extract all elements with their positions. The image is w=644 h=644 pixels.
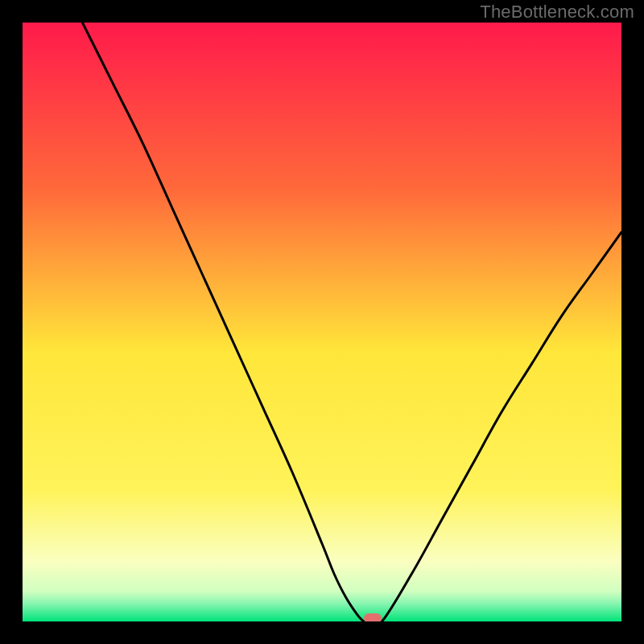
plot-svg [23,23,621,621]
gradient-background [23,23,621,621]
chart-frame: TheBottleneck.com [0,0,644,644]
plot-area [23,23,621,621]
optimum-marker [364,613,382,621]
watermark-text: TheBottleneck.com [480,2,634,23]
